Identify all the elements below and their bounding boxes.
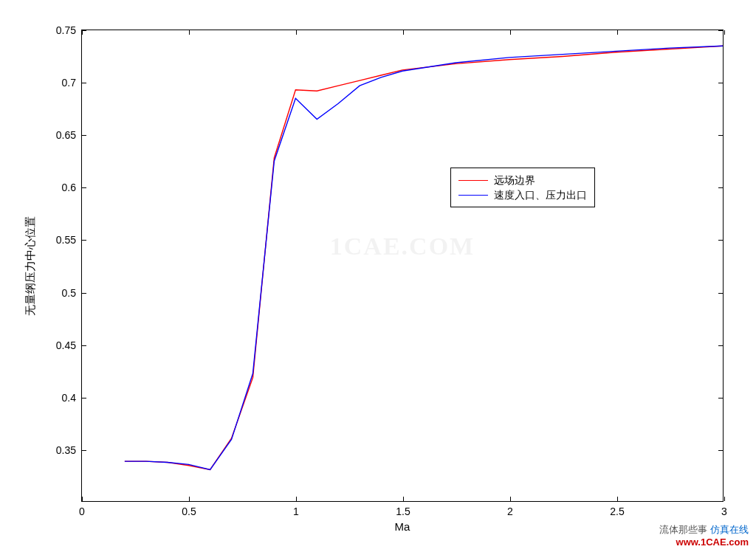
x-tick-label: 2 [507, 506, 513, 517]
y-tick-mark [718, 240, 723, 241]
y-tick-mark [82, 345, 86, 346]
x-tick-mark [403, 497, 404, 501]
y-tick-mark [82, 83, 86, 83]
series-line-2 [125, 46, 723, 469]
chart-container: 1CAE.COM 远场边界 速度入口、压力出口 Ma 无量纲压力中心位置 0.3… [0, 0, 756, 552]
y-axis-label: 无量纲压力中心位置 [24, 216, 38, 316]
plot-area: 1CAE.COM 远场边界 速度入口、压力出口 Ma 无量纲压力中心位置 0.3… [81, 30, 724, 502]
plot-svg [82, 30, 723, 501]
x-tick-mark [617, 497, 618, 501]
y-tick-mark [82, 293, 86, 294]
y-tick-mark [718, 450, 723, 451]
y-tick-label: 0.45 [56, 339, 76, 351]
x-tick-mark [510, 497, 511, 501]
x-tick-label: 0.5 [182, 506, 196, 517]
legend-swatch-1 [458, 180, 488, 181]
footer-line2: www.1CAE.com [659, 537, 749, 548]
x-tick-label: 1.5 [396, 506, 410, 517]
legend-item-2: 速度入口、压力出口 [458, 187, 587, 202]
x-tick-mark [724, 497, 725, 501]
y-tick-mark [718, 293, 723, 294]
y-tick-label: 0.7 [62, 77, 76, 89]
x-tick-mark [617, 30, 618, 35]
x-tick-mark [189, 30, 190, 35]
legend-box: 远场边界 速度入口、压力出口 [450, 168, 595, 207]
y-tick-mark [82, 450, 86, 451]
y-tick-label: 0.5 [62, 287, 76, 299]
series-line-1 [125, 46, 723, 469]
legend-item-1: 远场边界 [458, 173, 587, 187]
y-tick-label: 0.65 [56, 129, 76, 141]
legend-label-1: 远场边界 [494, 173, 535, 187]
footer-credit: 流体那些事 仿真在线 www.1CAE.com [659, 523, 749, 548]
x-tick-mark [82, 30, 83, 35]
x-tick-mark [296, 30, 297, 35]
footer-line1: 流体那些事 仿真在线 [659, 523, 749, 537]
y-tick-label: 0.6 [62, 182, 76, 193]
x-tick-mark [82, 497, 83, 501]
x-axis-label: Ma [395, 520, 410, 533]
y-tick-mark [82, 398, 86, 399]
x-tick-mark [189, 497, 190, 501]
x-tick-label: 0 [79, 506, 85, 517]
legend-label-2: 速度入口、压力出口 [494, 187, 587, 202]
x-tick-mark [296, 497, 297, 501]
y-tick-label: 0.75 [56, 24, 76, 36]
y-tick-label: 0.4 [62, 392, 76, 404]
y-tick-mark [718, 398, 723, 399]
y-tick-mark [718, 345, 723, 346]
y-tick-mark [718, 135, 723, 136]
y-tick-label: 0.35 [56, 444, 76, 456]
x-tick-label: 1 [293, 506, 299, 517]
x-tick-label: 2.5 [610, 506, 624, 517]
legend-swatch-2 [458, 195, 488, 196]
x-tick-mark [510, 30, 511, 35]
x-tick-mark [403, 30, 404, 35]
y-tick-mark [82, 187, 86, 188]
x-tick-label: 3 [721, 506, 727, 517]
y-tick-mark [82, 135, 86, 136]
x-tick-mark [724, 30, 725, 35]
y-tick-mark [82, 240, 86, 241]
y-tick-mark [718, 187, 723, 188]
y-tick-mark [718, 83, 723, 83]
y-tick-mark [718, 30, 723, 31]
y-tick-label: 0.55 [56, 234, 76, 246]
